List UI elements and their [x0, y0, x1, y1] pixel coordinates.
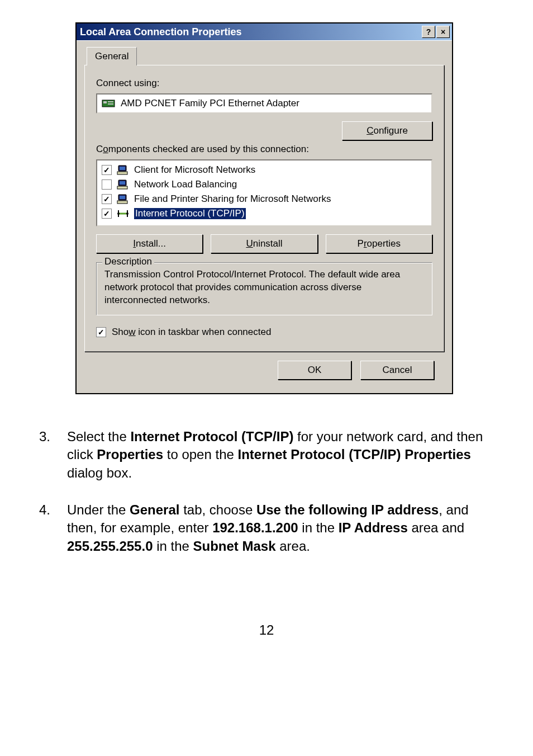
nic-card-icon	[102, 98, 115, 109]
ok-button[interactable]: OK	[278, 361, 351, 380]
tab-panel-general: Connect using: AMD PCNET Family PCI Ethe…	[84, 65, 444, 352]
list-item-network-load-balancing[interactable]: Network Load Balancing	[101, 177, 428, 192]
show-icon-label: Show icon in taskbar when connected	[112, 327, 271, 338]
description-text: Transmission Control Protocol/Internet P…	[104, 268, 424, 307]
svg-point-16	[117, 212, 120, 215]
adapter-name: AMD PCNET Family PCI Ethernet Adapter	[121, 98, 299, 109]
svg-rect-1	[103, 101, 107, 103]
svg-point-17	[126, 212, 129, 215]
dialog-title: Local Area Connection Properties	[80, 26, 241, 38]
svg-rect-2	[108, 101, 113, 102]
list-item-tcpip[interactable]: Internet Protocol (TCP/IP)	[101, 206, 428, 221]
service-icon	[116, 179, 130, 190]
checkbox-icon[interactable]	[96, 327, 106, 337]
list-item-label: File and Printer Sharing for Microsoft N…	[134, 193, 331, 205]
connect-using-label: Connect using:	[96, 78, 432, 89]
checkbox-icon[interactable]	[102, 179, 112, 190]
svg-rect-12	[117, 201, 127, 204]
properties-button[interactable]: Properties	[326, 234, 432, 253]
description-groupbox: Description Transmission Control Protoco…	[96, 262, 432, 315]
instruction-step-4: 4. Under the General tab, choose Use the…	[39, 501, 494, 555]
title-bar: Local Area Connection Properties ? ×	[77, 23, 452, 40]
tab-general[interactable]: General	[87, 47, 137, 65]
client-icon	[116, 164, 130, 176]
close-button[interactable]: ×	[436, 26, 450, 38]
instruction-step-3: 3. Select the Internet Protocol (TCP/IP)…	[39, 428, 494, 482]
list-item-client-ms-networks[interactable]: Client for Microsoft Networks	[101, 163, 428, 177]
svg-rect-3	[108, 103, 113, 105]
list-item-file-printer-sharing[interactable]: File and Printer Sharing for Microsoft N…	[101, 192, 428, 206]
page-number: 12	[0, 622, 533, 638]
svg-rect-6	[117, 172, 127, 174]
help-button[interactable]: ?	[422, 26, 435, 38]
instruction-text: 3. Select the Internet Protocol (TCP/IP)…	[39, 428, 494, 555]
checkbox-icon[interactable]	[102, 165, 112, 175]
service-icon	[116, 193, 130, 205]
protocol-icon	[116, 208, 130, 219]
svg-rect-8	[120, 181, 125, 185]
list-item-label: Internet Protocol (TCP/IP)	[134, 208, 246, 219]
description-legend: Description	[102, 256, 154, 267]
cancel-button[interactable]: Cancel	[360, 361, 434, 380]
title-bar-buttons: ? ×	[422, 26, 450, 38]
list-item-label: Client for Microsoft Networks	[134, 164, 255, 176]
properties-dialog: Local Area Connection Properties ? × Gen…	[75, 22, 453, 394]
svg-rect-5	[120, 167, 125, 170]
checkbox-icon[interactable]	[102, 209, 112, 219]
configure-button[interactable]: Configure	[342, 121, 432, 140]
adapter-field: AMD PCNET Family PCI Ethernet Adapter	[96, 93, 432, 114]
list-item-label: Network Load Balancing	[134, 179, 237, 190]
uninstall-button[interactable]: Uninstall	[211, 234, 317, 253]
components-listbox[interactable]: Client for Microsoft Networks Network Lo…	[96, 159, 432, 226]
checkbox-icon[interactable]	[102, 194, 112, 204]
svg-rect-11	[120, 196, 125, 199]
show-icon-checkbox-row[interactable]: Show icon in taskbar when connected	[96, 327, 432, 338]
components-label: Components checked are used by this conn…	[96, 144, 432, 155]
svg-rect-9	[117, 186, 127, 189]
install-button[interactable]: Install...	[96, 234, 203, 253]
